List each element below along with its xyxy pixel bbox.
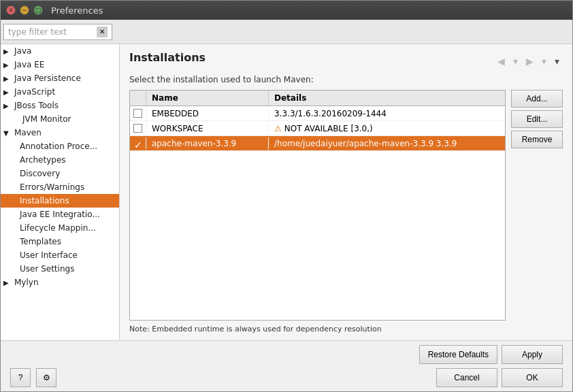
sidebar-item-label: Java EE Integratio... [20, 210, 100, 219]
arrow-icon: ▶ [3, 88, 12, 96]
sidebar-item-mylyn[interactable]: ▶ Mylyn [1, 276, 119, 289]
window-title: Preferences [51, 5, 103, 16]
sidebar-item-label: Annotation Proce... [20, 142, 97, 151]
sidebar-item-label: Mylyn [14, 278, 39, 287]
help-button[interactable]: ? [10, 368, 31, 387]
back-button[interactable]: ◀ [494, 54, 508, 69]
sidebar-item-label: Installations [20, 196, 69, 206]
sidebar-item-label: Lifecycle Mappin... [20, 223, 96, 233]
row-checkbox-embedded[interactable] [130, 108, 146, 119]
header-check [130, 91, 146, 105]
arrow-placeholder [12, 116, 20, 123]
filter-text: type filter text [8, 27, 67, 37]
sidebar-item-user-settings[interactable]: User Settings [1, 262, 119, 276]
sidebar-item-label: Discovery [20, 169, 60, 178]
sidebar: ▶ Java ▶ Java EE ▶ Java Persistence ▶ Ja… [1, 44, 120, 340]
forward-dropdown-button[interactable]: ▾ [538, 54, 550, 69]
workspace-details-text: NOT AVAILABLE [3.0,) [284, 124, 373, 133]
sidebar-item-label: User Interface [20, 250, 78, 260]
right-panel: Installations ◀ ▾ ▶ ▾ ▾ Select the insta… [120, 44, 572, 340]
sidebar-item-label: Archetypes [20, 155, 66, 165]
filter-input-container[interactable]: type filter text ✕ [3, 24, 112, 40]
table-header: Name Details [130, 91, 505, 106]
filter-clear-button[interactable]: ✕ [97, 27, 108, 37]
restore-defaults-button[interactable]: Restore Defaults [419, 345, 497, 364]
installations-area: Name Details EMBEDDED 3.3.3/1.6.3.201602… [129, 90, 563, 321]
restore-apply-row: Restore Defaults Apply [10, 345, 563, 364]
sidebar-item-lifecycle-mapping[interactable]: Lifecycle Mappin... [1, 221, 119, 235]
sidebar-item-label: Java Persistence [14, 74, 81, 83]
remove-button[interactable]: Remove [511, 131, 563, 148]
table-row-apache-maven[interactable]: ✓ apache-maven-3.3.9 /home/juedaiyuer/ap… [130, 136, 505, 151]
note-text: Note: Embedded runtime is always used fo… [129, 325, 563, 333]
installations-table: Name Details EMBEDDED 3.3.3/1.6.3.201602… [129, 90, 506, 321]
sidebar-item-java-ee[interactable]: ▶ Java EE [1, 58, 119, 71]
table-row[interactable]: WORKSPACE ⚠ NOT AVAILABLE [3.0,) [130, 121, 505, 136]
arrow-icon: ▶ [3, 48, 12, 55]
main-content: ▶ Java ▶ Java EE ▶ Java Persistence ▶ Ja… [1, 44, 572, 340]
sidebar-item-jvm-monitor[interactable]: JVM Monitor [1, 112, 119, 126]
bottom-bar: Restore Defaults Apply ? ⚙ Cancel OK [1, 340, 572, 391]
close-button[interactable]: ✕ [6, 5, 16, 15]
maximize-button[interactable]: □ [33, 5, 43, 15]
apply-button[interactable]: Apply [502, 345, 563, 364]
row-checkbox-workspace[interactable] [130, 122, 146, 134]
ok-button[interactable]: OK [502, 368, 563, 387]
checkbox-apache-maven[interactable]: ✓ [133, 139, 142, 148]
arrow-icon: ▶ [3, 102, 12, 110]
sidebar-item-label: User Settings [20, 264, 74, 274]
sidebar-item-label: Java [14, 46, 31, 56]
back-dropdown-button[interactable]: ▾ [510, 54, 521, 69]
minimize-button[interactable]: − [20, 5, 29, 15]
forward-button[interactable]: ▶ [523, 54, 537, 69]
sidebar-item-java[interactable]: ▶ Java [1, 44, 119, 58]
warning-icon: ⚠ [274, 124, 282, 133]
checkbox-embedded[interactable] [133, 109, 142, 118]
sidebar-item-label: JVM Monitor [22, 114, 71, 124]
arrow-icon: ▶ [3, 75, 12, 82]
sidebar-item-java-ee-integration[interactable]: Java EE Integratio... [1, 208, 119, 221]
table-body: EMBEDDED 3.3.3/1.6.3.20160209-1444 WORKS… [130, 106, 505, 320]
edit-button[interactable]: Edit... [511, 110, 563, 128]
sidebar-item-annotation-proc[interactable]: Annotation Proce... [1, 140, 119, 153]
cancel-ok-row: ? ⚙ Cancel OK [10, 368, 563, 387]
filter-toolbar: type filter text ✕ [1, 20, 572, 44]
preferences-window: ✕ − □ Preferences type filter text ✕ ▶ J… [0, 0, 573, 392]
sidebar-item-discovery[interactable]: Discovery [1, 167, 119, 180]
sidebar-item-label: Errors/Warnings [20, 182, 84, 192]
nav-toolbar: ◀ ▾ ▶ ▾ ▾ [494, 54, 563, 69]
dropdown-button[interactable]: ▾ [551, 54, 563, 69]
sidebar-item-label: JBoss Tools [14, 101, 59, 110]
sidebar-item-templates[interactable]: Templates [1, 235, 119, 248]
sidebar-item-maven[interactable]: ▼ Maven [1, 126, 119, 140]
arrow-icon: ▶ [3, 279, 12, 287]
arrow-icon: ▶ [3, 61, 12, 69]
sidebar-item-label: JavaScript [14, 87, 55, 97]
row-details-workspace: ⚠ NOT AVAILABLE [3.0,) [269, 122, 505, 135]
titlebar: ✕ − □ Preferences [1, 1, 572, 20]
sidebar-item-installations[interactable]: Installations [1, 194, 119, 208]
sidebar-item-errors-warnings[interactable]: Errors/Warnings [1, 180, 119, 194]
row-details-embedded: 3.3.3/1.6.3.20160209-1444 [269, 108, 505, 120]
sidebar-item-label: Java EE [14, 60, 44, 69]
row-name-apache-maven: apache-maven-3.3.9 [146, 137, 269, 150]
row-details-apache-maven: /home/juedaiyuer/apache-maven-3.3.9 3.3.… [269, 137, 505, 150]
add-button[interactable]: Add... [511, 90, 563, 108]
arrow-icon: ▼ [3, 129, 12, 137]
sidebar-item-jboss-tools[interactable]: ▶ JBoss Tools [1, 99, 119, 112]
sidebar-item-user-interface[interactable]: User Interface [1, 248, 119, 262]
panel-top-row: Installations ◀ ▾ ▶ ▾ ▾ [129, 51, 563, 71]
sidebar-item-java-persistence[interactable]: ▶ Java Persistence [1, 71, 119, 85]
row-checkbox-apache-maven[interactable]: ✓ [130, 137, 146, 149]
row-name-embedded: EMBEDDED [146, 108, 269, 120]
panel-description: Select the installation used to launch M… [129, 75, 563, 84]
table-row[interactable]: EMBEDDED 3.3.3/1.6.3.20160209-1444 [130, 106, 505, 121]
sidebar-item-archetypes[interactable]: Archetypes [1, 153, 119, 167]
checkbox-workspace[interactable] [133, 124, 142, 133]
sidebar-item-javascript[interactable]: ▶ JavaScript [1, 85, 119, 99]
header-name: Name [146, 91, 269, 105]
settings-button[interactable]: ⚙ [36, 368, 56, 387]
checkmark-icon: ✓ [134, 140, 142, 150]
cancel-button[interactable]: Cancel [436, 368, 497, 387]
header-details: Details [269, 91, 505, 105]
